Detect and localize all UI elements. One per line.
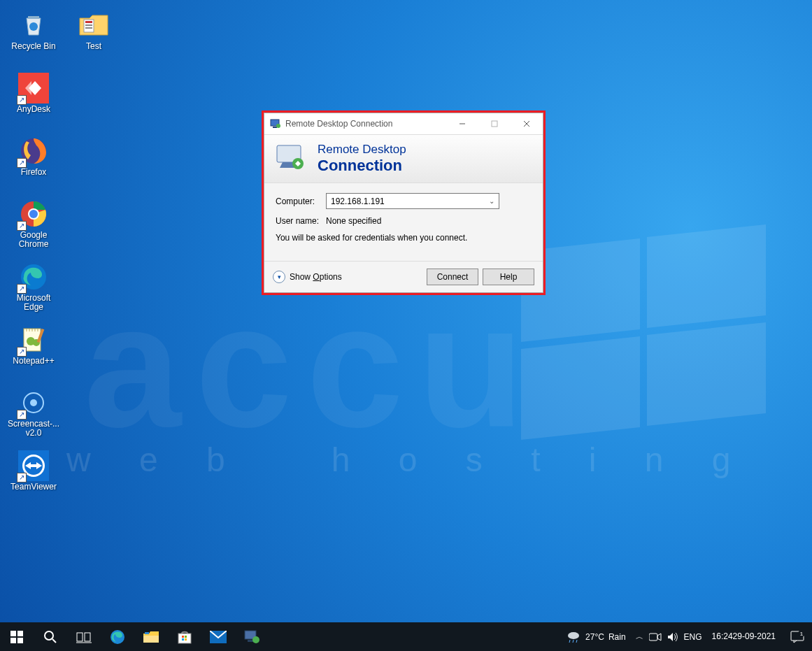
- clock-date: 29-09-2021: [733, 632, 776, 642]
- svg-text:1: 1: [800, 631, 804, 637]
- svg-point-36: [45, 631, 53, 640]
- anydesk-icon: ↗: [18, 73, 49, 103]
- close-button[interactable]: [511, 113, 543, 134]
- watermark-line: w e b h o s t i n g: [66, 441, 750, 479]
- chevron-down-icon: ⌄: [489, 197, 494, 205]
- computer-combobox[interactable]: 192.168.1.191 ⌄: [326, 193, 499, 209]
- show-options-label: Show Options: [290, 272, 342, 282]
- rdc-banner-line1: Remote Desktop: [318, 143, 406, 157]
- svg-rect-34: [10, 638, 16, 643]
- svg-point-24: [276, 124, 280, 128]
- taskbar[interactable]: 27°C Rain ︿ ENG 16:24 29-09-2021 1: [0, 622, 812, 651]
- clock[interactable]: 16:24 29-09-2021: [712, 632, 776, 642]
- svg-rect-19: [85, 21, 92, 23]
- task-view-button[interactable]: [67, 622, 101, 651]
- desktop-icon-label: Notepad++: [13, 357, 54, 366]
- svg-rect-42: [143, 636, 159, 643]
- desktop-icon-chrome[interactable]: ↗ Google Chrome: [7, 199, 60, 257]
- shortcut-arrow-icon: ↗: [17, 284, 27, 294]
- desktop-icon-edge[interactable]: ↗ Microsoft Edge: [7, 262, 60, 320]
- desktop-icon-label: TeamViewer: [10, 482, 57, 492]
- action-center-button[interactable]: 1: [785, 622, 809, 651]
- clock-time: 16:24: [712, 632, 733, 642]
- desktop-icon-screencast[interactable]: ↗ Screencast-... v2.0: [7, 387, 60, 446]
- svg-rect-39: [85, 633, 90, 641]
- desktop-icon-label: Firefox: [21, 168, 47, 177]
- weather-icon: [566, 631, 581, 643]
- rdc-title-text: Remote Desktop Connection: [285, 119, 446, 129]
- desktop-icon-label: Google Chrome: [7, 231, 60, 249]
- rdc-title-bar[interactable]: Remote Desktop Connection: [264, 113, 543, 134]
- weather-widget[interactable]: 27°C Rain: [566, 631, 626, 643]
- svg-rect-48: [185, 638, 187, 641]
- maximize-button[interactable]: [478, 113, 511, 134]
- notepadpp-icon: ↗: [18, 324, 49, 355]
- svg-point-52: [252, 636, 259, 643]
- desktop-icon-anydesk[interactable]: ↗ AnyDesk: [7, 73, 60, 131]
- svg-point-6: [29, 210, 38, 218]
- shortcut-arrow-icon: ↗: [17, 95, 27, 105]
- desktop-icon-firefox[interactable]: ↗ Firefox: [7, 136, 60, 194]
- taskbar-app-explorer[interactable]: [134, 622, 168, 651]
- weather-text: Rain: [608, 632, 626, 642]
- tray-overflow-button[interactable]: ︿: [636, 631, 643, 642]
- shortcut-arrow-icon: ↗: [17, 221, 27, 231]
- desktop-icon-recycle-bin[interactable]: Recycle Bin: [7, 10, 60, 69]
- taskbar-app-store[interactable]: [168, 622, 201, 651]
- connect-button[interactable]: Connect: [427, 269, 478, 285]
- svg-rect-17: [30, 464, 37, 467]
- desktop-icon-label: AnyDesk: [17, 105, 50, 114]
- help-button[interactable]: Help: [483, 269, 534, 285]
- taskbar-app-rdc[interactable]: [235, 622, 269, 651]
- chrome-icon: ↗: [18, 199, 49, 229]
- svg-line-54: [569, 640, 570, 643]
- username-value: None specified: [326, 216, 381, 226]
- svg-rect-57: [649, 634, 657, 641]
- show-options-toggle[interactable]: ▾ Show Options: [273, 271, 342, 283]
- svg-rect-35: [17, 638, 23, 643]
- start-button[interactable]: [0, 622, 34, 651]
- language-indicator[interactable]: ENG: [684, 632, 702, 642]
- desktop-icon-test-folder[interactable]: Test: [67, 10, 120, 69]
- system-tray: 27°C Rain ︿ ENG 16:24 29-09-2021 1: [566, 622, 812, 651]
- taskbar-app-mail[interactable]: [201, 622, 235, 651]
- svg-point-1: [29, 22, 38, 31]
- computer-value: 192.168.1.191: [331, 196, 385, 206]
- desktop-background[interactable]: accu w e b h o s t i n g Recycle Bin ↗ A…: [0, 0, 812, 651]
- desktop-icon-label: Test: [86, 42, 101, 51]
- rdc-window[interactable]: Remote Desktop Connection Remote Desktop: [264, 113, 543, 293]
- svg-rect-38: [77, 633, 83, 641]
- svg-rect-43: [145, 632, 149, 634]
- rdc-banner: Remote Desktop Connection: [264, 134, 543, 183]
- svg-line-55: [573, 640, 574, 643]
- weather-temp: 27°C: [585, 632, 604, 642]
- search-button[interactable]: [34, 622, 67, 651]
- taskbar-app-edge[interactable]: [101, 622, 134, 651]
- svg-rect-21: [85, 27, 92, 29]
- desktop-icons-column: Recycle Bin ↗ AnyDesk ↗ Firefox ↗ Google…: [7, 10, 60, 513]
- computer-label: Computer:: [276, 196, 320, 206]
- desktop-icon-label: Microsoft Edge: [7, 294, 60, 312]
- volume-icon[interactable]: [667, 632, 678, 642]
- minimize-button[interactable]: [446, 113, 478, 134]
- svg-line-56: [576, 640, 577, 643]
- svg-rect-33: [17, 631, 23, 636]
- rdc-banner-line2: Connection: [318, 157, 406, 175]
- desktop-icon-label: Screencast-... v2.0: [7, 420, 60, 438]
- credentials-hint: You will be asked for credentials when y…: [276, 233, 532, 243]
- meet-now-icon[interactable]: [649, 632, 662, 642]
- svg-rect-46: [185, 636, 187, 638]
- svg-line-37: [52, 639, 56, 643]
- shortcut-arrow-icon: ↗: [17, 158, 27, 168]
- folder-icon: [78, 10, 109, 41]
- svg-point-53: [568, 632, 579, 639]
- desktop-icon-label: Recycle Bin: [11, 42, 55, 51]
- rdc-app-icon: [270, 118, 281, 129]
- svg-rect-23: [273, 127, 277, 128]
- desktop-icon-notepadpp[interactable]: ↗ Notepad++: [7, 324, 60, 383]
- edge-icon: ↗: [18, 262, 49, 292]
- teamviewer-icon: ↗: [18, 450, 49, 481]
- screencast-icon: ↗: [18, 387, 49, 418]
- desktop-icon-teamviewer[interactable]: ↗ TeamViewer: [7, 450, 60, 509]
- svg-rect-45: [182, 636, 184, 638]
